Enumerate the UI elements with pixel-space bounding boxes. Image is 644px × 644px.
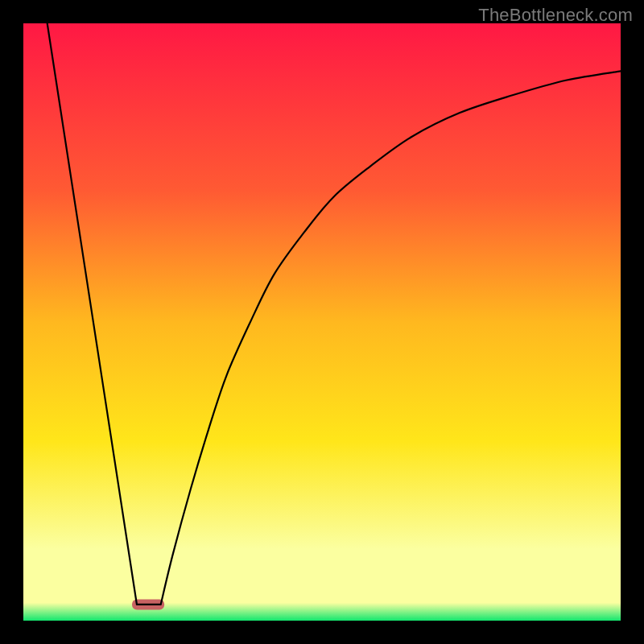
plot-area [23, 23, 621, 621]
chart-frame: TheBottleneck.com [0, 0, 644, 644]
gradient-background [23, 23, 621, 621]
plot-svg [23, 23, 621, 621]
watermark-text: TheBottleneck.com [478, 5, 633, 26]
